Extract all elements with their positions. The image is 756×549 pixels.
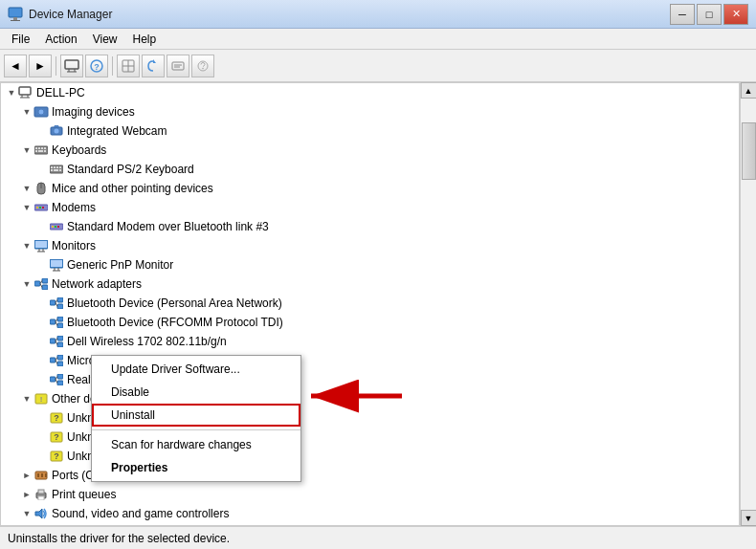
tree-item-label: Sound, video and game controllers (52, 507, 229, 520)
scroll-up[interactable]: ▲ (741, 82, 757, 99)
scan-button[interactable] (117, 55, 140, 77)
svg-text:?: ? (54, 432, 59, 442)
tree-expand-icon[interactable] (35, 316, 49, 329)
tree-item[interactable]: ▼DELL-PC (1, 83, 739, 102)
window-controls: ─ □ ✕ (670, 4, 748, 25)
tree-expand-icon[interactable] (35, 373, 49, 386)
toolbar-sep-2 (112, 56, 113, 76)
minimize-button[interactable]: ─ (670, 4, 695, 25)
svg-rect-41 (54, 169, 58, 171)
svg-rect-34 (44, 150, 46, 152)
tree-expand-icon[interactable]: ▼ (20, 277, 33, 291)
tree-item[interactable]: Integrated Webcam (1, 121, 739, 141)
help-toolbar-button[interactable] (191, 55, 214, 77)
tree-expand-icon[interactable] (35, 163, 49, 176)
tree-item[interactable]: ▼Monitors (1, 236, 739, 255)
device-icon-network (49, 334, 64, 349)
tree-expand-icon[interactable] (35, 220, 49, 233)
context-menu-item[interactable]: Update Driver Software... (92, 358, 300, 381)
tree-item-label: Standard Modem over Bluetooth link #3 (67, 220, 269, 233)
tree-expand-icon[interactable] (35, 411, 49, 425)
tree-item[interactable]: Standard Modem over Bluetooth link #3 (1, 217, 739, 236)
tree-expand-icon[interactable] (35, 258, 49, 272)
svg-text:?: ? (54, 451, 59, 461)
device-icon-network (49, 353, 64, 368)
device-icon-modem (33, 200, 49, 215)
tree-item[interactable]: ▼Imaging devices (1, 102, 739, 121)
tree-item[interactable]: ▼Modems (1, 198, 739, 217)
tree-expand-icon[interactable]: ▼ (20, 201, 33, 214)
tree-item-label: Keyboards (52, 143, 106, 157)
svg-point-51 (57, 226, 59, 228)
tree-expand-icon[interactable]: ▼ (20, 105, 33, 119)
tree-expand-icon[interactable]: ▼ (20, 182, 33, 195)
context-menu-item[interactable]: Uninstall (92, 404, 300, 427)
tree-item[interactable]: ▼System devices (1, 523, 739, 526)
svg-rect-67 (50, 300, 56, 305)
svg-rect-18 (19, 87, 31, 95)
svg-rect-102 (41, 473, 43, 477)
svg-rect-53 (35, 241, 47, 248)
forward-button[interactable]: ► (29, 55, 52, 77)
svg-rect-3 (65, 60, 78, 69)
device-icon-network (49, 296, 64, 311)
device-icon-keyboard (33, 143, 49, 158)
computer-button[interactable] (60, 55, 83, 77)
tree-expand-icon[interactable]: ► (20, 488, 33, 501)
svg-rect-37 (54, 166, 56, 168)
device-icon-question: ? (49, 429, 64, 445)
svg-rect-101 (37, 473, 39, 477)
menu-help[interactable]: Help (125, 31, 165, 48)
back-button[interactable]: ◄ (4, 55, 27, 77)
svg-rect-58 (51, 260, 62, 267)
svg-point-23 (38, 109, 44, 115)
svg-point-47 (42, 207, 44, 209)
context-menu-item[interactable]: Disable (92, 381, 300, 404)
svg-rect-29 (38, 147, 40, 149)
tree-item[interactable]: ▼Keyboards (1, 141, 739, 160)
tree-expand-icon[interactable] (35, 335, 49, 348)
tree-item[interactable]: ▼Network adapters (1, 274, 739, 294)
tree-expand-icon[interactable]: ▼ (5, 86, 18, 99)
tree-expand-icon[interactable] (35, 124, 49, 138)
tree-item[interactable]: Dell Wireless 1702 802.11b/g/n (1, 332, 739, 351)
maximize-button[interactable]: □ (697, 4, 722, 25)
svg-text:!: ! (40, 395, 43, 404)
tree-expand-icon[interactable]: ▼ (20, 392, 33, 406)
device-icon-network (49, 372, 64, 387)
title-bar: Device Manager ─ □ ✕ (0, 0, 756, 29)
context-menu-item[interactable]: Scan for hardware changes (92, 433, 300, 456)
context-menu-item[interactable]: Properties (92, 456, 300, 479)
svg-point-45 (36, 207, 38, 209)
update-button[interactable] (142, 55, 165, 77)
tree-item[interactable]: ▼Mice and other pointing devices (1, 179, 739, 198)
menu-file[interactable]: File (4, 31, 37, 48)
tree-item[interactable]: ▼Sound, video and game controllers (1, 504, 739, 523)
tree-expand-icon[interactable] (35, 430, 49, 444)
tree-item[interactable]: Bluetooth Device (RFCOMM Protocol TDI) (1, 313, 739, 332)
tree-expand-icon[interactable] (35, 450, 49, 463)
tree-item[interactable]: ►Print queues (1, 485, 739, 504)
tree-expand-icon[interactable] (35, 354, 49, 367)
svg-rect-1 (13, 17, 17, 20)
tree-item-label: Monitors (52, 239, 96, 253)
tree-expand-icon[interactable]: ▼ (20, 239, 33, 253)
device-manager-icon[interactable] (167, 55, 189, 77)
menu-action[interactable]: Action (37, 31, 84, 48)
menu-view[interactable]: View (85, 31, 125, 48)
tree-expand-icon[interactable]: ▼ (20, 143, 33, 157)
properties-button[interactable]: ? (85, 55, 108, 77)
tree-item[interactable]: Generic PnP Monitor (1, 255, 739, 274)
tree-item-label: Modems (52, 201, 96, 214)
tree-expand-icon[interactable]: ▼ (20, 507, 33, 520)
scroll-down[interactable]: ▼ (741, 510, 757, 526)
tree-item[interactable]: Standard PS/2 Keyboard (1, 160, 739, 179)
tree-expand-icon[interactable] (35, 296, 49, 310)
close-button[interactable]: ✕ (723, 4, 748, 25)
svg-rect-74 (57, 323, 63, 328)
tree-item[interactable]: Bluetooth Device (Personal Area Network) (1, 294, 739, 313)
scroll-thumb[interactable] (742, 122, 756, 180)
svg-point-17 (202, 67, 204, 69)
svg-rect-68 (57, 297, 63, 302)
tree-expand-icon[interactable]: ► (20, 469, 33, 482)
